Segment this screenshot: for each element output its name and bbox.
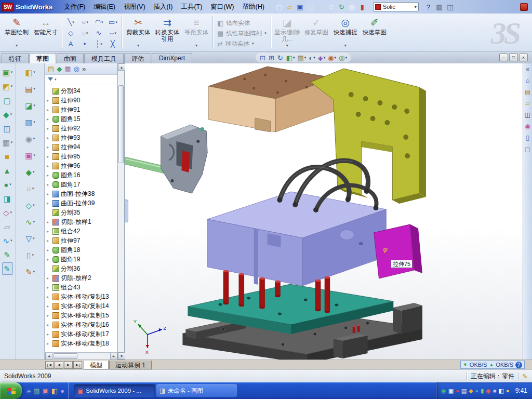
left-toolbar-icon[interactable]: ◫	[2, 122, 13, 135]
feature-tree-item[interactable]: ▸ 圆角15	[45, 114, 117, 124]
left-toolbar-icon[interactable]: ∿ ▾	[1, 234, 14, 247]
tray-icon[interactable]: ■	[493, 388, 497, 394]
expand-arrow-icon[interactable]: ▸	[47, 285, 51, 290]
tray-icon[interactable]: ▤	[461, 388, 467, 394]
expand-arrow-icon[interactable]: ▸	[47, 341, 51, 346]
left-toolbar-icon[interactable]: ◇ ▾	[24, 199, 36, 211]
expand-arrow-icon[interactable]: ▸	[47, 248, 51, 252]
toolbar-extra-icon-2[interactable]: ◫	[446, 3, 455, 11]
feature-tree-item[interactable]: ▸ 曲面-拉伸38	[45, 189, 117, 198]
left-toolbar-icon[interactable]: ● ▾	[2, 178, 13, 191]
restore-button[interactable]: □	[509, 54, 518, 61]
expand-arrow-icon[interactable]: ▸	[47, 332, 51, 337]
search-box[interactable]: Solic ▾	[373, 2, 419, 11]
feature-tree-item[interactable]: ▸ 拉伸93	[45, 133, 117, 142]
propertymanager-tab-icon[interactable]: ◆	[57, 65, 62, 72]
feature-tree-item[interactable]: ▸ 组合43	[45, 283, 117, 292]
scrollbar-thumb[interactable]	[54, 353, 77, 359]
feature-tree-item[interactable]: ▸ 切除-放样1	[45, 217, 117, 227]
quick-tips-icon[interactable]: ✎	[522, 373, 528, 380]
move-entities-button[interactable]: ⇄ 移动实体 ▾	[215, 39, 269, 48]
expand-arrow-icon[interactable]: ▸	[47, 164, 51, 168]
feature-tree-item[interactable]: ▸ 圆角18	[45, 245, 117, 255]
display-delete-relations-button[interactable]: ◪ 显示/删除几... ▾	[273, 16, 302, 49]
feature-tree-item[interactable]: ▸ 实体-移动/复制16	[45, 320, 117, 329]
feature-tree-item[interactable]: ▸ 拉伸96	[45, 161, 117, 170]
text-icon[interactable]: A	[64, 38, 78, 49]
expand-arrow-icon[interactable]: ▸	[47, 182, 51, 187]
color-swatch-icon[interactable]: ▮	[358, 3, 367, 11]
feature-tree-item[interactable]: ▸ 圆角17	[45, 180, 117, 189]
left-toolbar-icon[interactable]: ◩ ▾	[1, 80, 15, 92]
resources-icon[interactable]: ⌂	[526, 77, 529, 84]
scroll-down-icon[interactable]: ▼	[118, 352, 125, 360]
line-icon[interactable]: ╲ ▾	[64, 17, 78, 28]
document-tab[interactable]: 模型	[84, 361, 109, 369]
left-toolbar-icon[interactable]: ▢	[2, 94, 13, 107]
rebuild-icon[interactable]: ↻	[337, 3, 346, 11]
left-toolbar-icon[interactable]: ◆ ▾	[24, 166, 36, 178]
expand-arrow-icon[interactable]: ▸	[47, 126, 51, 131]
feature-tree-item[interactable]: ▸ 实体-移动/复制17	[45, 329, 117, 339]
command-tab[interactable]: 模具工具	[84, 53, 124, 63]
document-icon[interactable]: ▢	[525, 146, 530, 152]
feature-tree-item[interactable]: ▸ 实体-移动/复制13	[45, 292, 117, 301]
left-toolbar-icon[interactable]: ◇ ▾	[2, 206, 14, 219]
centerline-icon[interactable]: ┆ ▾	[92, 38, 106, 49]
expand-arrow-icon[interactable]: ▸	[47, 154, 51, 159]
scroll-right-icon[interactable]: ►	[110, 353, 117, 360]
view-orientation-icon[interactable]: ▦ ▾	[298, 54, 307, 62]
quick-snaps-button[interactable]: ◎ 快速捕捉 ▾	[331, 16, 360, 49]
scene-icon[interactable]: ◎ ▾	[339, 54, 347, 62]
tray-icon[interactable]: ◧	[499, 388, 504, 394]
left-toolbar-icon[interactable]: ✎	[2, 248, 13, 261]
graphics-viewport[interactable]: φ	[125, 63, 523, 360]
options-icon[interactable]: ▩	[348, 3, 356, 11]
left-toolbar-icon[interactable]: ◉ ▾	[24, 132, 37, 145]
feature-tree-item[interactable]: 分割35	[45, 208, 117, 217]
tray-icon[interactable]: ●	[475, 388, 479, 394]
sketch-draw-button[interactable]: ✎ 草图绘制 ▾	[2, 16, 31, 49]
dimxpertmanager-tab-icon[interactable]: ◎	[74, 65, 79, 72]
left-toolbar-icon[interactable]: ▦ ▾	[1, 136, 15, 149]
left-toolbar-icon[interactable]: ▱	[3, 220, 13, 233]
quick-launch-icon[interactable]: ◧	[51, 388, 58, 394]
left-toolbar-icon[interactable]: ▯ ▾	[25, 249, 35, 261]
expand-arrow-icon[interactable]: ▸	[47, 173, 51, 178]
document-tab[interactable]: 运动算例 1	[109, 361, 152, 369]
menu-item[interactable]: 视图(V)	[119, 1, 150, 13]
feature-tree-item[interactable]: ▸ 实体-移动/复制15	[45, 311, 117, 320]
feature-tree-item[interactable]: ▸ 圆角19	[45, 255, 117, 264]
print-icon[interactable]: ▤	[306, 3, 315, 11]
appearance-icon[interactable]: ◉ ▾	[328, 54, 336, 62]
expand-arrow-icon[interactable]: ▸	[47, 220, 51, 224]
polygon-icon[interactable]: ◇	[64, 28, 78, 38]
menu-item[interactable]: 插入(I)	[150, 1, 177, 13]
part-top-clamp-plate[interactable]	[208, 66, 335, 132]
trim-entities-button[interactable]: ✂ 剪裁实体 ▾	[124, 16, 153, 49]
feature-tree-item[interactable]: ▸ 实体-移动/复制14	[45, 301, 117, 311]
left-toolbar-icon[interactable]: ◨	[2, 192, 13, 205]
command-tab[interactable]: 特征	[2, 53, 29, 63]
part-nozzle-clamp[interactable]	[125, 125, 207, 193]
tree-filter[interactable]: ▾	[45, 75, 117, 84]
left-toolbar-icon[interactable]: ✎ ▾	[24, 265, 36, 278]
menu-item[interactable]: 文件(F)	[60, 1, 89, 13]
save-icon[interactable]: ▣	[296, 3, 304, 11]
arc-icon[interactable]: ◠ ▾	[92, 17, 106, 28]
left-toolbar-icon[interactable]: ○ ▾	[25, 182, 36, 195]
feature-tree-item[interactable]: ▸ 拉伸91	[45, 105, 117, 114]
left-toolbar-icon[interactable]: ✎	[2, 262, 13, 275]
custom-properties-icon[interactable]: ▯	[526, 135, 529, 141]
taskbar-task[interactable]: ▣ SolidWorks 2009 - ...	[74, 384, 155, 397]
menu-item[interactable]: 帮助(H)	[238, 1, 269, 13]
design-library-icon[interactable]: ▤	[525, 89, 530, 95]
search-results-icon[interactable]: ◫	[525, 112, 530, 118]
zoom-area-icon[interactable]: ⊞	[269, 54, 275, 62]
appearances-scenes-icon[interactable]: ◉	[525, 123, 530, 129]
quick-launch-icon[interactable]: e	[27, 388, 31, 394]
left-toolbar-icon[interactable]: ▣ ▾	[1, 66, 15, 78]
feature-tree-item[interactable]: 分割36	[45, 264, 117, 273]
quick-launch-icon[interactable]: ▣	[43, 388, 49, 394]
left-toolbar-icon[interactable]: ■	[3, 150, 12, 163]
